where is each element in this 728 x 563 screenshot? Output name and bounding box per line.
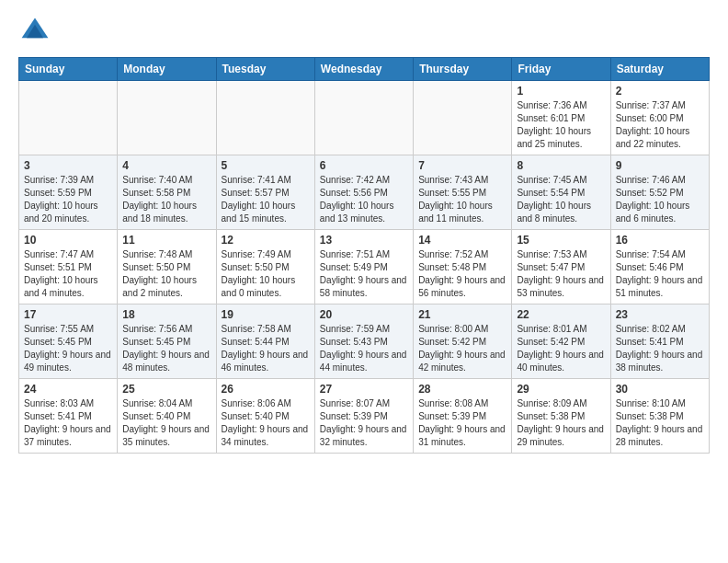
day-info: Sunrise: 7:59 AM Sunset: 5:43 PM Dayligh… — [320, 323, 408, 374]
day-number: 11 — [122, 234, 210, 247]
day-info: Sunrise: 7:39 AM Sunset: 5:59 PM Dayligh… — [24, 174, 112, 225]
calendar-cell: 8Sunrise: 7:45 AM Sunset: 5:54 PM Daylig… — [512, 155, 610, 230]
day-info: Sunrise: 8:07 AM Sunset: 5:39 PM Dayligh… — [320, 397, 408, 449]
day-info: Sunrise: 7:52 AM Sunset: 5:48 PM Dayligh… — [418, 248, 506, 300]
calendar-week: 17Sunrise: 7:55 AM Sunset: 5:45 PM Dayli… — [19, 304, 710, 379]
day-info: Sunrise: 7:58 AM Sunset: 5:44 PM Dayligh… — [222, 323, 310, 374]
calendar-cell: 4Sunrise: 7:40 AM Sunset: 5:58 PM Daylig… — [118, 155, 216, 230]
day-number: 27 — [320, 383, 408, 396]
calendar-cell — [314, 81, 413, 155]
calendar-body: 1Sunrise: 7:36 AM Sunset: 6:01 PM Daylig… — [19, 81, 710, 454]
calendar-cell: 7Sunrise: 7:43 AM Sunset: 5:55 PM Daylig… — [414, 155, 512, 230]
calendar-cell: 12Sunrise: 7:49 AM Sunset: 5:50 PM Dayli… — [216, 230, 314, 304]
day-number: 15 — [517, 234, 605, 247]
day-info: Sunrise: 7:36 AM Sunset: 6:01 PM Dayligh… — [517, 99, 605, 151]
weekday-header: Tuesday — [216, 58, 314, 81]
day-info: Sunrise: 8:00 AM Sunset: 5:42 PM Dayligh… — [418, 323, 506, 374]
calendar-cell: 5Sunrise: 7:41 AM Sunset: 5:57 PM Daylig… — [216, 155, 314, 230]
day-info: Sunrise: 7:40 AM Sunset: 5:58 PM Dayligh… — [122, 174, 210, 225]
calendar-cell: 10Sunrise: 7:47 AM Sunset: 5:51 PM Dayli… — [19, 230, 118, 304]
day-number: 22 — [517, 308, 605, 321]
calendar-cell: 28Sunrise: 8:08 AM Sunset: 5:39 PM Dayli… — [414, 379, 512, 454]
day-number: 30 — [616, 383, 704, 396]
calendar-cell: 18Sunrise: 7:56 AM Sunset: 5:45 PM Dayli… — [118, 304, 216, 379]
day-info: Sunrise: 7:37 AM Sunset: 6:00 PM Dayligh… — [616, 99, 704, 151]
calendar-cell: 11Sunrise: 7:48 AM Sunset: 5:50 PM Dayli… — [118, 230, 216, 304]
day-number: 3 — [24, 159, 112, 172]
weekday-header: Monday — [118, 58, 216, 81]
calendar-header: SundayMondayTuesdayWednesdayThursdayFrid… — [19, 58, 710, 81]
day-info: Sunrise: 8:03 AM Sunset: 5:41 PM Dayligh… — [24, 397, 112, 449]
calendar-cell — [216, 81, 314, 155]
day-info: Sunrise: 7:47 AM Sunset: 5:51 PM Dayligh… — [24, 248, 112, 300]
calendar-cell: 23Sunrise: 8:02 AM Sunset: 5:41 PM Dayli… — [610, 304, 709, 379]
day-info: Sunrise: 7:41 AM Sunset: 5:57 PM Dayligh… — [222, 174, 310, 225]
weekday-header: Friday — [512, 58, 610, 81]
day-info: Sunrise: 8:01 AM Sunset: 5:42 PM Dayligh… — [517, 323, 605, 374]
day-number: 7 — [418, 159, 506, 172]
day-number: 21 — [418, 308, 506, 321]
weekday-header: Sunday — [19, 58, 118, 81]
weekday-row: SundayMondayTuesdayWednesdayThursdayFrid… — [19, 58, 710, 81]
calendar-cell: 2Sunrise: 7:37 AM Sunset: 6:00 PM Daylig… — [610, 81, 709, 155]
day-number: 9 — [616, 159, 704, 172]
day-number: 23 — [616, 308, 704, 321]
day-info: Sunrise: 8:10 AM Sunset: 5:38 PM Dayligh… — [616, 397, 704, 449]
calendar-week: 3Sunrise: 7:39 AM Sunset: 5:59 PM Daylig… — [19, 155, 710, 230]
calendar-cell: 21Sunrise: 8:00 AM Sunset: 5:42 PM Dayli… — [414, 304, 512, 379]
day-info: Sunrise: 7:54 AM Sunset: 5:46 PM Dayligh… — [616, 248, 704, 300]
day-info: Sunrise: 7:42 AM Sunset: 5:56 PM Dayligh… — [320, 174, 408, 225]
header — [18, 15, 710, 48]
calendar-cell: 1Sunrise: 7:36 AM Sunset: 6:01 PM Daylig… — [512, 81, 610, 155]
calendar-cell — [19, 81, 118, 155]
calendar-cell: 26Sunrise: 8:06 AM Sunset: 5:40 PM Dayli… — [216, 379, 314, 454]
day-number: 17 — [24, 308, 112, 321]
calendar-cell: 6Sunrise: 7:42 AM Sunset: 5:56 PM Daylig… — [314, 155, 413, 230]
day-number: 2 — [616, 85, 704, 98]
day-number: 26 — [222, 383, 310, 396]
day-number: 16 — [616, 234, 704, 247]
day-info: Sunrise: 8:02 AM Sunset: 5:41 PM Dayligh… — [616, 323, 704, 374]
day-info: Sunrise: 7:53 AM Sunset: 5:47 PM Dayligh… — [517, 248, 605, 300]
day-number: 28 — [418, 383, 506, 396]
day-info: Sunrise: 7:51 AM Sunset: 5:49 PM Dayligh… — [320, 248, 408, 300]
day-number: 20 — [320, 308, 408, 321]
calendar-week: 24Sunrise: 8:03 AM Sunset: 5:41 PM Dayli… — [19, 379, 710, 454]
day-info: Sunrise: 7:55 AM Sunset: 5:45 PM Dayligh… — [24, 323, 112, 374]
day-number: 12 — [222, 234, 310, 247]
day-info: Sunrise: 7:46 AM Sunset: 5:52 PM Dayligh… — [616, 174, 704, 225]
calendar-cell: 3Sunrise: 7:39 AM Sunset: 5:59 PM Daylig… — [19, 155, 118, 230]
calendar-cell: 25Sunrise: 8:04 AM Sunset: 5:40 PM Dayli… — [118, 379, 216, 454]
day-number: 4 — [122, 159, 210, 172]
day-info: Sunrise: 8:06 AM Sunset: 5:40 PM Dayligh… — [222, 397, 310, 449]
day-info: Sunrise: 7:48 AM Sunset: 5:50 PM Dayligh… — [122, 248, 210, 300]
day-number: 18 — [122, 308, 210, 321]
calendar-cell: 24Sunrise: 8:03 AM Sunset: 5:41 PM Dayli… — [19, 379, 118, 454]
weekday-header: Wednesday — [314, 58, 413, 81]
calendar-cell: 19Sunrise: 7:58 AM Sunset: 5:44 PM Dayli… — [216, 304, 314, 379]
logo — [18, 15, 55, 48]
day-info: Sunrise: 7:45 AM Sunset: 5:54 PM Dayligh… — [517, 174, 605, 225]
page: SundayMondayTuesdayWednesdayThursdayFrid… — [0, 0, 728, 468]
calendar-week: 1Sunrise: 7:36 AM Sunset: 6:01 PM Daylig… — [19, 81, 710, 155]
calendar-cell: 17Sunrise: 7:55 AM Sunset: 5:45 PM Dayli… — [19, 304, 118, 379]
calendar-cell: 29Sunrise: 8:09 AM Sunset: 5:38 PM Dayli… — [512, 379, 610, 454]
day-info: Sunrise: 8:08 AM Sunset: 5:39 PM Dayligh… — [418, 397, 506, 449]
day-number: 25 — [122, 383, 210, 396]
calendar: SundayMondayTuesdayWednesdayThursdayFrid… — [18, 57, 710, 454]
calendar-week: 10Sunrise: 7:47 AM Sunset: 5:51 PM Dayli… — [19, 230, 710, 304]
day-number: 14 — [418, 234, 506, 247]
calendar-cell: 20Sunrise: 7:59 AM Sunset: 5:43 PM Dayli… — [314, 304, 413, 379]
calendar-cell: 27Sunrise: 8:07 AM Sunset: 5:39 PM Dayli… — [314, 379, 413, 454]
day-number: 24 — [24, 383, 112, 396]
calendar-cell: 16Sunrise: 7:54 AM Sunset: 5:46 PM Dayli… — [610, 230, 709, 304]
weekday-header: Thursday — [414, 58, 512, 81]
day-number: 29 — [517, 383, 605, 396]
day-info: Sunrise: 7:49 AM Sunset: 5:50 PM Dayligh… — [222, 248, 310, 300]
calendar-cell — [414, 81, 512, 155]
calendar-cell — [118, 81, 216, 155]
calendar-cell: 9Sunrise: 7:46 AM Sunset: 5:52 PM Daylig… — [610, 155, 709, 230]
day-info: Sunrise: 7:43 AM Sunset: 5:55 PM Dayligh… — [418, 174, 506, 225]
day-number: 10 — [24, 234, 112, 247]
logo-icon — [18, 15, 51, 48]
